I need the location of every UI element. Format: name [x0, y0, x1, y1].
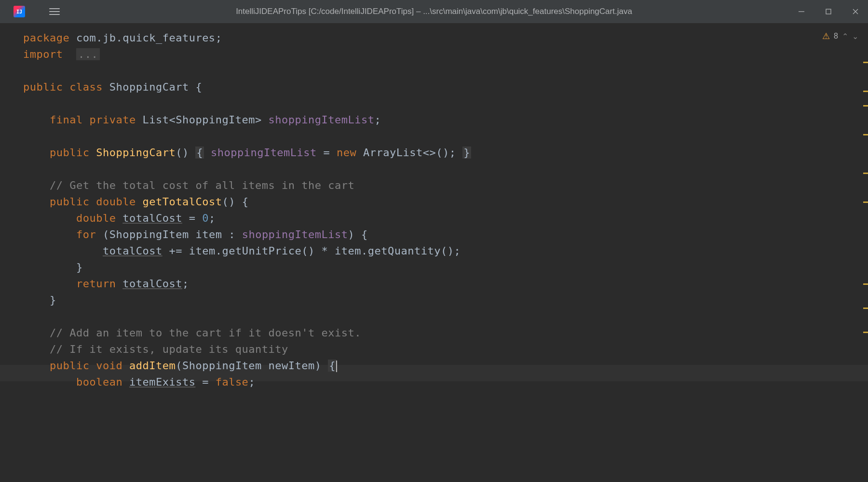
svg-rect-1	[826, 9, 831, 14]
maximize-button[interactable]	[820, 3, 837, 20]
close-button[interactable]	[847, 3, 864, 20]
minimize-button[interactable]	[793, 3, 810, 20]
window-controls	[793, 3, 864, 20]
app-logo-icon	[14, 6, 25, 17]
fold-region[interactable]: ...	[76, 48, 100, 60]
text-caret	[336, 361, 337, 372]
window-title: IntelliJIDEAProTips [C:/code/IntelliJIDE…	[236, 7, 632, 16]
titlebar: IntelliJIDEAProTips [C:/code/IntelliJIDE…	[0, 0, 868, 23]
hamburger-menu-icon[interactable]	[49, 8, 60, 15]
editor-area[interactable]: ⚠ 8 ⌃ ⌄ package com.jb.quick_features; i…	[0, 23, 868, 482]
code-content[interactable]: package com.jb.quick_features; import ..…	[0, 23, 868, 390]
